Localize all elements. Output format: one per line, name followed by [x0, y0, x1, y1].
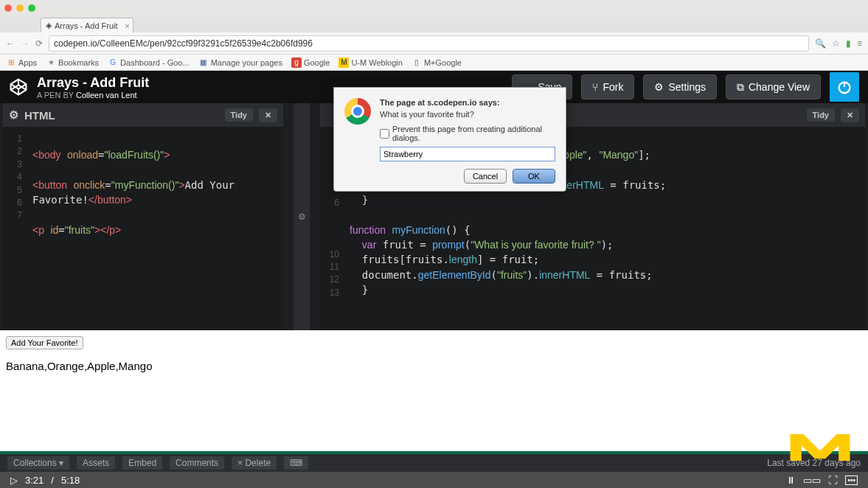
- gear-icon: ⚙: [298, 212, 306, 222]
- add-favorite-button[interactable]: Add Your Favorite!: [6, 336, 83, 349]
- css-pane-collapsed[interactable]: ⚙: [294, 103, 310, 330]
- html-editor[interactable]: 1 2 3 4 5 6 7<body onload="loadFruits()"…: [3, 127, 283, 330]
- reload-button[interactable]: ⟳: [35, 38, 43, 49]
- gear-icon: ⚙: [654, 81, 664, 93]
- prevent-dialogs-checkbox[interactable]: Prevent this page from creating addition…: [380, 125, 555, 142]
- tidy-button[interactable]: Tidy: [807, 108, 835, 122]
- codepen-favicon-icon: ◈: [46, 21, 52, 30]
- url-text: codepen.io/ColleenEMc/pen/92ccf99f3291c5…: [54, 38, 313, 49]
- video-controls: ▷ 3:21 / 5:18 ⏸ ▭▭ ⛶ •••: [0, 472, 868, 488]
- forward-button[interactable]: →: [21, 38, 29, 49]
- fullscreen-icon[interactable]: ⛶: [828, 475, 838, 486]
- js-prompt-dialog: The page at s.codepen.io says: What is y…: [333, 87, 566, 192]
- time-sep: /: [51, 475, 54, 486]
- pause-icon[interactable]: ⏸: [786, 475, 796, 486]
- mac-titlebar: [0, 0, 868, 16]
- tab-title: Arrays - Add Fruit: [55, 21, 118, 30]
- pane-label-html: HTML: [24, 109, 55, 122]
- close-pane-icon[interactable]: ✕: [841, 108, 859, 122]
- bookmark-google[interactable]: gGoogle: [291, 57, 330, 68]
- back-button[interactable]: ←: [6, 38, 15, 49]
- star-icon[interactable]: ☆: [832, 38, 840, 49]
- keyboard-icon[interactable]: ⌨: [284, 456, 308, 470]
- time-total: 5:18: [61, 475, 80, 486]
- cancel-button[interactable]: Cancel: [464, 169, 507, 184]
- tab-close-icon[interactable]: ×: [125, 21, 129, 30]
- browser-tab[interactable]: ◈ Arrays - Add Fruit ×: [41, 18, 133, 32]
- fork-icon: ⑂: [592, 81, 598, 93]
- dialog-message: What is your favorite fruit?: [380, 110, 555, 119]
- preview-pane: Add Your Favorite! Banana,Orange,Apple,M…: [0, 330, 868, 456]
- close-pane-icon[interactable]: ✕: [259, 108, 277, 122]
- fork-button[interactable]: ⑂Fork: [581, 74, 634, 100]
- delete-button[interactable]: × Delete: [232, 456, 277, 470]
- tidy-button[interactable]: Tidy: [225, 108, 253, 122]
- bookmark-mgoogle[interactable]: ▯M+Google: [412, 57, 462, 68]
- embed-button[interactable]: Embed: [122, 456, 162, 470]
- dialog-title: The page at s.codepen.io says:: [380, 98, 555, 107]
- power-icon: [836, 79, 853, 95]
- fruits-output: Banana,Orange,Apple,Mango: [6, 360, 862, 372]
- ok-button[interactable]: OK: [513, 169, 555, 184]
- bookmark-dashboard[interactable]: GDashboard - Goo...: [108, 57, 190, 68]
- line-gutter: 1 2 3 4 5 6 7: [3, 133, 27, 223]
- prevent-checkbox-input[interactable]: [380, 129, 389, 139]
- prompt-input[interactable]: [380, 147, 555, 161]
- michigan-logo-icon: [787, 424, 853, 464]
- zoom-dot[interactable]: [28, 4, 35, 12]
- menu-icon[interactable]: ≡: [857, 38, 862, 49]
- collections-button[interactable]: Collections ▾: [7, 456, 69, 470]
- play-icon[interactable]: ▷: [10, 475, 18, 486]
- tab-strip: ◈ Arrays - Add Fruit ×: [0, 16, 868, 32]
- search-icon[interactable]: 🔍: [815, 38, 826, 49]
- html-pane: ⚙ HTML Tidy ✕ 1 2 3 4 5 6 7<body onload=…: [3, 103, 283, 330]
- minimize-dot[interactable]: [16, 4, 24, 12]
- bookmark-manage-pages[interactable]: ▦Manage your pages: [198, 57, 282, 68]
- bookmark-bookmarks[interactable]: ★Bookmarks: [46, 57, 99, 68]
- logout-button[interactable]: [830, 72, 859, 102]
- bookmark-um-weblogin[interactable]: MU-M Weblogin: [338, 57, 403, 68]
- assets-button[interactable]: Assets: [77, 456, 115, 470]
- chrome-icon: [344, 98, 371, 125]
- captions-icon[interactable]: •••: [845, 475, 858, 485]
- codepen-footer: Collections ▾ Assets Embed Comments × De…: [0, 454, 868, 472]
- close-dot[interactable]: [4, 4, 12, 12]
- codepen-logo-icon: [9, 77, 28, 97]
- gear-icon[interactable]: ⚙: [9, 108, 18, 122]
- bookmark-apps[interactable]: ⊞Apps: [6, 57, 37, 68]
- comments-button[interactable]: Comments: [170, 456, 224, 470]
- address-bar: ← → ⟳ codepen.io/ColleenEMc/pen/92ccf99f…: [0, 32, 868, 55]
- settings-button[interactable]: ⚙Settings: [643, 74, 717, 100]
- bookmarks-bar: ⊞Apps ★Bookmarks GDashboard - Goo... ▦Ma…: [0, 55, 868, 71]
- volume-icon[interactable]: ▭▭: [803, 475, 821, 486]
- layout-icon: ⧉: [737, 81, 744, 94]
- extension-icon[interactable]: ▮: [846, 38, 851, 49]
- url-input[interactable]: codepen.io/ColleenEMc/pen/92ccf99f3291c5…: [49, 35, 809, 52]
- change-view-button[interactable]: ⧉Change View: [726, 74, 821, 100]
- time-current: 3:21: [25, 475, 44, 486]
